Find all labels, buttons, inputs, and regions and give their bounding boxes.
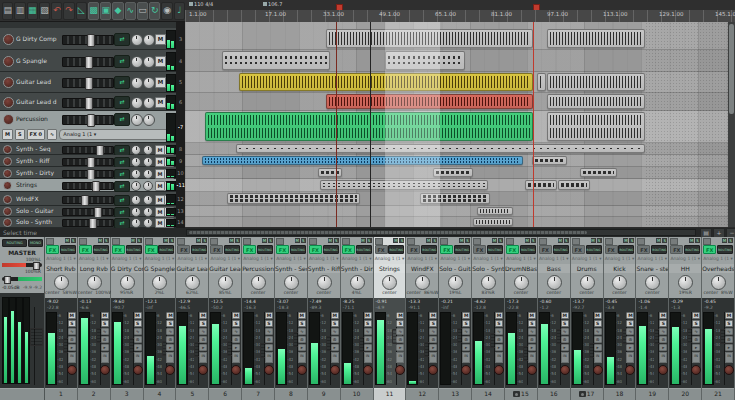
strip-record-arm-button[interactable]	[133, 365, 143, 375]
strip-solo-button[interactable]: S	[232, 320, 240, 327]
mixer-strip-9[interactable]: MSFXROUTINGAnalog 1 (1 ▾Synth - Riffcent…	[308, 237, 341, 400]
media-item[interactable]	[222, 51, 330, 70]
strip-input-monitor-button[interactable]: IN	[364, 352, 372, 363]
strip-solo-button[interactable]: S	[692, 320, 700, 327]
strip-input-monitor-button[interactable]: IN	[725, 352, 733, 363]
mixer-strip-12[interactable]: MSFXROUTINGAnalog 1 (1 ▾WindFXcenter86%W…	[406, 237, 439, 400]
repeat-toggle-button[interactable]: ↻	[149, 2, 160, 20]
track-volume-fader[interactable]	[62, 35, 114, 45]
media-item[interactable]	[525, 180, 557, 190]
strip-mute-button[interactable]: M	[659, 312, 667, 319]
strip-routing-button[interactable]: ROUTING	[191, 245, 207, 254]
record-arm-button[interactable]	[3, 169, 12, 178]
media-item[interactable]	[580, 168, 617, 177]
ripple-edit-toggle-button[interactable]: ▣	[100, 2, 111, 20]
strip-routing-button[interactable]: ROUTING	[553, 245, 569, 254]
strip-route-arrow-button[interactable]: ▸	[659, 344, 667, 351]
strip-fx-button[interactable]: FX	[177, 245, 190, 254]
track-volume-handle[interactable]	[87, 34, 95, 47]
strip-pan-knob[interactable]	[448, 275, 463, 290]
arrange-view[interactable]	[185, 22, 735, 227]
strip-fx-button[interactable]: FX	[539, 245, 552, 254]
strip-mute-button[interactable]: M	[561, 312, 569, 319]
track-pan-knob[interactable]	[131, 114, 143, 126]
media-item[interactable]	[547, 94, 645, 109]
strip-pan-knob[interactable]	[152, 275, 167, 290]
media-item[interactable]	[477, 207, 513, 215]
strip-fx-button[interactable]: FX	[670, 245, 683, 254]
strip-input-monitor-button[interactable]: IN	[462, 352, 470, 363]
strip-input-selector[interactable]: Analog 1 (1 ▾	[308, 256, 340, 263]
strip-routing-button[interactable]: ROUTING	[520, 245, 536, 254]
mixer-strip-2[interactable]: MSFXROUTINGAnalog 1 (1 ▾Long Rvbcenter10…	[78, 237, 111, 400]
strip-mute-button[interactable]: M	[725, 312, 733, 319]
strip-mute-button[interactable]: M	[134, 312, 142, 319]
strip-env-knob[interactable]: ⊙	[68, 336, 76, 343]
track-volume-fader[interactable]	[62, 208, 114, 216]
strip-phase-button[interactable]: ∿	[594, 328, 602, 335]
mixer-strip-1[interactable]: MSFXROUTINGAnalog 1 (1 ▾Short Rvbcenter5…	[45, 237, 78, 400]
strip-route-arrow-button[interactable]: ▸	[298, 344, 306, 351]
track-width-knob[interactable]	[143, 77, 155, 89]
strip-mute-button[interactable]: M	[396, 312, 404, 319]
strip-input-selector[interactable]: Analog 1 (1 ▾	[472, 256, 504, 263]
strip-route-arrow-button[interactable]: ▸	[265, 344, 273, 351]
mixer-strip-7[interactable]: MSFXROUTINGAnalog 1 (1 ▾Percussioncenter…	[242, 237, 275, 400]
strip-fx-button[interactable]: FX	[703, 245, 716, 254]
strip-solo-button[interactable]: S	[495, 320, 503, 327]
strip-phase-button[interactable]: ∿	[101, 328, 109, 335]
strip-route-arrow-button[interactable]: ▸	[626, 344, 634, 351]
strip-mute-button[interactable]: M	[101, 312, 109, 319]
strip-mute-button[interactable]: M	[68, 312, 76, 319]
strip-input-selector[interactable]: Analog 1 (1 ▾	[571, 256, 603, 263]
strip-phase-button[interactable]: ∿	[528, 328, 536, 335]
strip-input-monitor-button[interactable]: IN	[659, 352, 667, 363]
new-project-button[interactable]: ▤	[2, 2, 13, 20]
strip-pan-knob[interactable]	[612, 275, 627, 290]
strip-input-monitor-button[interactable]: IN	[692, 352, 700, 363]
strip-input-monitor-button[interactable]: IN	[68, 352, 76, 363]
strip-routing-button[interactable]: ROUTING	[224, 245, 240, 254]
strip-routing-button[interactable]: ROUTING	[487, 245, 503, 254]
redo-button[interactable]: ↷	[63, 2, 74, 20]
master-fader-handle[interactable]	[30, 328, 43, 346]
strip-input-monitor-button[interactable]: IN	[495, 352, 503, 363]
strip-input-monitor-button[interactable]: IN	[199, 352, 207, 363]
strip-pan-knob[interactable]	[645, 275, 660, 290]
mixer-strip-13[interactable]: MSFXROUTINGAnalog 1 (1 ▾Solo - Guitar19%…	[439, 237, 472, 400]
strip-pan-knob[interactable]	[87, 275, 102, 290]
track-width-knob[interactable]	[143, 114, 155, 126]
strip-record-arm-button[interactable]	[231, 365, 241, 375]
strip-env-knob[interactable]: ⊙	[462, 336, 470, 343]
strip-record-arm-button[interactable]	[461, 365, 471, 375]
track-pan-knob[interactable]	[131, 56, 143, 68]
track-width-knob[interactable]	[143, 157, 153, 167]
track-routing-button[interactable]: ⇄	[114, 76, 130, 89]
strip-input-monitor-button[interactable]: IN	[331, 352, 339, 363]
strip-input-monitor-button[interactable]: IN	[298, 352, 306, 363]
strip-fx-button[interactable]: FX	[605, 245, 618, 254]
strip-pan-knob[interactable]	[711, 275, 726, 290]
strip-pan-knob[interactable]	[678, 275, 693, 290]
strip-mute-button[interactable]: M	[331, 312, 339, 319]
strip-mute-button[interactable]: M	[166, 312, 174, 319]
strip-phase-button[interactable]: ∿	[659, 328, 667, 335]
strip-record-arm-button[interactable]	[100, 365, 110, 375]
strip-phase-button[interactable]: ∿	[561, 328, 569, 335]
open-project-button[interactable]: ▥	[14, 2, 25, 20]
metronome-toggle-button[interactable]: ♩	[174, 2, 185, 20]
strip-input-monitor-button[interactable]: IN	[594, 352, 602, 363]
strip-mute-button[interactable]: M	[429, 312, 437, 319]
tempo-marker[interactable]: 110 4/4	[189, 1, 213, 7]
strip-fx-button[interactable]: FX	[342, 245, 355, 254]
record-arm-button[interactable]	[3, 195, 12, 204]
snap-toggle-button[interactable]: ◺	[76, 2, 87, 20]
strip-input-selector[interactable]: Analog 1 (1 ▾	[538, 256, 570, 263]
strip-input-selector[interactable]: Analog 1 (1 ▾	[275, 256, 307, 263]
strip-routing-button[interactable]: ROUTING	[388, 245, 404, 254]
track-panel-9[interactable]: Synth - Riff⇄MS	[0, 155, 176, 167]
track-width-knob[interactable]	[143, 34, 155, 46]
strip-input-selector[interactable]: Analog 1 (1 ▾	[636, 256, 668, 263]
strip-solo-button[interactable]: S	[528, 320, 536, 327]
strip-phase-button[interactable]: ∿	[626, 328, 634, 335]
